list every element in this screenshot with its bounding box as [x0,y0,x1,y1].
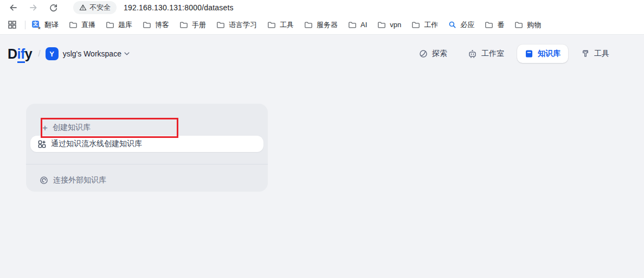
back-icon[interactable] [8,2,18,13]
folder-icon [143,21,151,29]
knowledge-icon [525,49,533,58]
bookmark-folder[interactable]: 博客 [143,20,169,30]
folder-icon [216,21,225,29]
bookmark-folder[interactable]: 服务器 [304,20,338,30]
bookmark-folder[interactable]: vpn [377,21,401,29]
folder-icon [411,21,420,29]
studio-icon [468,49,477,59]
workspace-avatar[interactable]: Y [46,47,59,60]
top-nav: 探索 工作室 知识库 工具 [411,45,617,63]
dify-logo[interactable]: Dify [8,46,32,62]
bookmark-folder[interactable]: 直播 [69,20,95,30]
bookmarks-separator [25,21,25,29]
folder-icon [179,21,188,29]
explore-icon [419,49,428,58]
create-from-pipeline-label: 通过知识流水线创建知识库 [51,139,142,149]
warning-icon [79,4,87,11]
nav-explore[interactable]: 探索 [411,45,455,63]
bookmark-folder[interactable]: AI [348,21,367,29]
bookmark-folder[interactable]: 语言学习 [216,20,257,30]
folder-icon [69,21,78,29]
translate-icon: 文★ [32,21,41,29]
create-dataset-card: + 创建知识库 通过知识流水线创建知识库 连接外部知识库 [26,104,268,192]
bookmark-folder[interactable]: 题库 [106,20,132,30]
bookmark-folder[interactable]: 番 [485,20,504,30]
bookmark-translate[interactable]: 文★ 翻译 [32,20,59,30]
bookmark-folder[interactable]: 手册 [179,20,206,30]
plus-icon: + [42,123,48,132]
dify-page: Dify / Y yslg's Workspace 探索 工作室 知识库 [0,35,644,278]
security-chip[interactable]: 不安全 [73,1,117,14]
url-text[interactable]: 192.168.130.131:8000/datasets [124,3,234,12]
bookmark-folder[interactable]: 购物 [514,20,541,30]
chevron-down-icon[interactable] [124,52,130,56]
folder-icon [106,21,114,29]
create-dataset-label: 创建知识库 [53,123,91,132]
app-header: Dify / Y yslg's Workspace 探索 工作室 知识库 [0,35,644,64]
folder-icon [377,21,386,29]
address-bar[interactable]: 不安全 192.168.130.131:8000/datasets [73,1,234,14]
nav-tools[interactable]: 工具 [574,45,617,63]
forward-icon [28,2,38,13]
folder-icon [348,21,357,29]
pipeline-blocks-icon [38,140,46,148]
nav-knowledge[interactable]: 知识库 [517,45,568,63]
connect-external-option[interactable]: 连接外部知识库 [26,172,106,188]
workspace-name[interactable]: yslg's Workspace [63,49,121,58]
create-dataset-option[interactable]: + 创建知识库 [26,119,91,136]
refresh-icon[interactable] [48,2,59,13]
bookmark-folder[interactable]: 工具 [267,20,294,30]
tools-icon [581,49,590,58]
bookmarks-bar: 文★ 翻译 直播 题库 博客 手册 语言学习 工具 服务器 AI vpn 工作 [0,15,644,35]
folder-icon [304,21,313,29]
security-label: 不安全 [89,3,111,12]
bookmark-folder[interactable]: 工作 [411,20,438,30]
connect-external-label: 连接外部知识库 [53,175,106,185]
breadcrumb-slash: / [38,49,40,59]
nav-studio[interactable]: 工作室 [460,45,512,63]
folder-icon [514,21,523,29]
folder-icon [485,21,493,29]
card-divider [26,164,268,165]
browser-toolbar: 不安全 192.168.130.131:8000/datasets [0,0,644,15]
external-knowledge-icon [40,176,48,185]
search-icon [448,21,456,29]
folder-icon [267,21,276,29]
apps-grid-icon[interactable] [7,20,17,30]
bookmark-bing[interactable]: 必应 [448,20,474,30]
create-from-pipeline-option[interactable]: 通过知识流水线创建知识库 [30,136,263,152]
